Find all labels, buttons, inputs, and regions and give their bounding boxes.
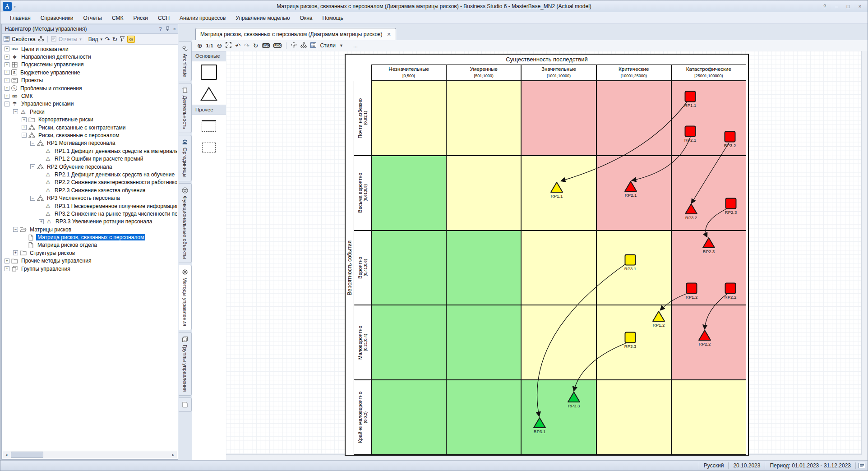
reports-dropdown-icon[interactable]: ▾ [79, 37, 82, 42]
tree-item[interactable]: +Подсистемы управления [3, 61, 177, 69]
view-dropdown-icon[interactable]: ▾ [100, 37, 102, 42]
status-period[interactable]: Период: 01.01.2023 - 31.12.2023 [765, 462, 855, 469]
document-tab[interactable]: Матрица рисков, связанных с персоналом (… [195, 28, 396, 40]
tree-item[interactable]: +⚠RP3.3 Увеличение ротации персонала [3, 218, 177, 226]
tree-item[interactable]: −RP1 Мотивация персонала [3, 139, 177, 147]
styles-dropdown-icon[interactable]: ▼ [339, 43, 343, 48]
tree-item[interactable]: ⚠RP2.2 Снижение заинтересованности работ… [3, 179, 177, 186]
expand-toggle-icon[interactable]: − [5, 102, 9, 106]
expand-toggle-icon[interactable]: + [5, 46, 9, 51]
menu-item[interactable]: Риски [128, 13, 153, 23]
menu-item[interactable]: Отчеты [78, 13, 106, 23]
export-png-icon[interactable]: PNG [273, 43, 282, 48]
expand-toggle-icon[interactable]: + [22, 125, 27, 130]
close-button[interactable]: × [857, 4, 863, 9]
navigator-hscrollbar[interactable]: ◂ ▸ [3, 451, 177, 458]
minimize-button[interactable]: – [833, 4, 840, 9]
tree-item[interactable]: Матрица рисков отдела [3, 241, 177, 249]
tree-item[interactable]: −Риски, связанные с персоналом [3, 131, 177, 139]
refresh-diagram-icon[interactable]: ↻ [253, 42, 259, 49]
menu-item[interactable]: Главная [5, 13, 36, 23]
menu-item[interactable]: Управление моделью [231, 13, 295, 23]
tree-item[interactable]: +BSCЦели и показатели [3, 45, 177, 53]
zoom-actual-button[interactable]: 1:1 [206, 43, 213, 48]
expand-toggle-icon[interactable]: − [22, 133, 27, 138]
tree-item[interactable]: ⚠RP1.1 Дефицит денежных средств на матер… [3, 147, 177, 155]
tree-item[interactable]: +∗Направления деятельности [3, 53, 177, 60]
tree-item[interactable]: ⚠RP2.3 Снижение качества обучения [3, 186, 177, 194]
expand-toggle-icon[interactable]: − [13, 109, 18, 114]
undo-icon[interactable]: ↶ [235, 42, 240, 49]
tree-item[interactable]: ⚠RP3.1 Несвоевременное получение информа… [3, 202, 177, 210]
expand-toggle-icon[interactable]: + [5, 78, 9, 83]
reports-icon[interactable] [51, 36, 56, 42]
refresh-icon[interactable]: ↻ [112, 36, 118, 42]
redo-icon[interactable]: ↷ [244, 42, 249, 49]
expand-toggle-icon[interactable]: + [5, 266, 9, 271]
menu-item[interactable]: Справочники [36, 13, 78, 23]
styles-button[interactable]: Стили [320, 42, 336, 49]
pan-icon[interactable] [291, 42, 297, 49]
toolbar-overflow[interactable]: ... [353, 42, 358, 49]
hierarchy-icon[interactable] [38, 36, 44, 42]
expand-toggle-icon[interactable]: + [5, 62, 9, 67]
dashed-rect-topbar-shape[interactable] [202, 120, 216, 132]
export-svg-icon[interactable]: SVG [262, 43, 270, 48]
maximize-button[interactable]: □ [845, 4, 851, 9]
palette-tab-people[interactable]: Оргединицы [179, 135, 192, 181]
scroll-thumb[interactable] [11, 452, 43, 458]
scroll-right-icon[interactable]: ▸ [170, 453, 177, 457]
tree-item[interactable]: −☂Управление рисками [3, 100, 177, 108]
status-panel-icon[interactable] [855, 462, 868, 469]
pin-icon[interactable] [166, 26, 170, 32]
tree-item[interactable]: ⚠RP2.1 Дефицит денежных средств на обуче… [3, 171, 177, 178]
menu-item[interactable]: ССП [153, 13, 175, 23]
tree-item[interactable]: +Группы управления [3, 265, 177, 272]
tree-item[interactable]: +ISOСМК [3, 92, 177, 100]
square-shape[interactable] [201, 65, 217, 80]
status-language[interactable]: Русский [699, 462, 729, 469]
menu-item[interactable]: Анализ процессов [175, 13, 231, 23]
menu-item[interactable]: Окна [295, 13, 318, 23]
tree-item[interactable]: Матрица рисков, связанных с персоналом [3, 233, 177, 241]
tree-item[interactable]: +Риски, связанные с контрагентами [3, 124, 177, 131]
status-date[interactable]: 20.10.2023 [728, 462, 765, 469]
help-window-button[interactable]: ? [822, 4, 828, 9]
palette-tab-funcobj[interactable]: Функциональные объекты [179, 183, 192, 263]
tree-item[interactable]: −RP2 Обучение персонала [3, 163, 177, 171]
tree-item[interactable]: +Структуры рисков [3, 249, 177, 257]
expand-toggle-icon[interactable]: + [5, 94, 9, 99]
filter-icon[interactable] [120, 36, 125, 42]
expand-toggle-icon[interactable]: + [13, 250, 18, 255]
palette-tab-mgroups[interactable]: Группы управления [179, 332, 192, 396]
expand-toggle-icon[interactable]: − [30, 196, 35, 201]
scroll-left-icon[interactable]: ◂ [3, 453, 10, 457]
tree-item[interactable]: +Проекты [3, 77, 177, 84]
tree-item[interactable]: −⚠Риски [3, 108, 177, 115]
tree-item[interactable]: ⚠RP3.2 Снижение на рынке труда численнос… [3, 210, 177, 217]
tree-item[interactable]: −RP3 Численность персонала [3, 194, 177, 202]
tree-item[interactable]: +Корпоративные риски [3, 116, 177, 124]
properties-panel-icon[interactable] [310, 42, 316, 49]
reports-button[interactable]: Отчеты [59, 36, 77, 42]
tree-item[interactable]: ⚠RP1.2 Ошибки при расчете премий [3, 155, 177, 162]
expand-toggle-icon[interactable]: − [30, 164, 35, 169]
triangle-shape[interactable] [200, 87, 217, 101]
new-palette-icon[interactable] [179, 397, 192, 412]
quick-access-dropdown[interactable]: ▾ [14, 4, 16, 9]
close-panel-icon[interactable]: × [173, 26, 176, 32]
zoom-out-icon[interactable]: ⊖ [217, 42, 222, 49]
tab-close-icon[interactable]: ✕ [387, 32, 391, 37]
tree-item[interactable]: −Матрицы рисков [3, 226, 177, 233]
view-button[interactable]: Вид [88, 36, 98, 42]
expand-toggle-icon[interactable]: − [30, 141, 35, 146]
expand-toggle-icon[interactable]: − [13, 227, 18, 232]
palette-tab-methods[interactable]: Методы управления [179, 265, 192, 330]
link-mode-icon[interactable]: ∞ [127, 36, 135, 43]
go-to-icon[interactable]: ↷ [105, 36, 110, 42]
expand-toggle-icon[interactable]: + [39, 219, 44, 224]
zoom-in-icon[interactable]: ⊕ [197, 42, 203, 49]
fit-screen-icon[interactable] [226, 42, 231, 49]
properties-icon[interactable] [4, 36, 9, 42]
expand-toggle-icon[interactable]: + [5, 259, 9, 263]
